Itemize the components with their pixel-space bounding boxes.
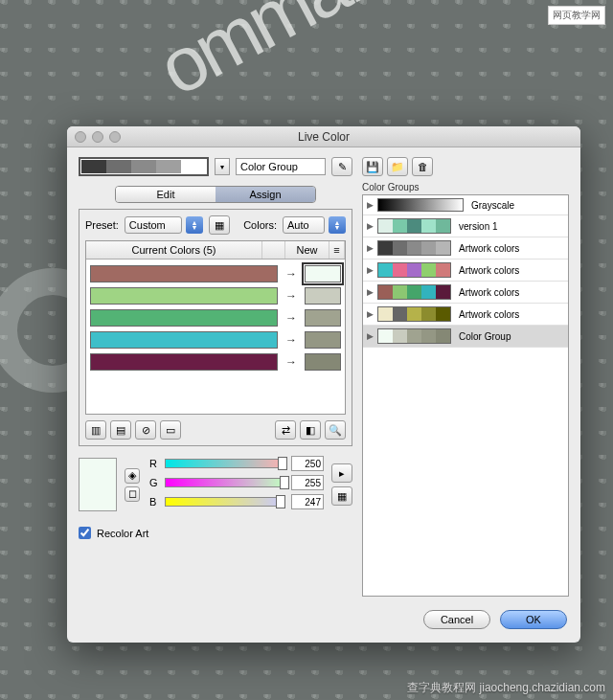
color-group-row[interactable]: ▶version 1 [363, 215, 568, 237]
g-value-input[interactable] [291, 475, 324, 490]
color-group-row[interactable]: ▶Grayscale [363, 195, 568, 215]
preset-stepper[interactable]: ▲▼ [186, 216, 203, 234]
b-slider[interactable] [165, 497, 285, 507]
r-value-input[interactable] [291, 456, 324, 471]
delete-group-icon[interactable]: 🗑 [412, 157, 433, 176]
g-slider[interactable] [165, 478, 285, 487]
colors-select[interactable]: Auto [283, 216, 325, 234]
color-group-row[interactable]: ▶Artwork colors [363, 237, 568, 260]
slider-play-icon[interactable]: ▸ [331, 463, 352, 483]
watermark-bottom: 查字典教程网 jiaocheng.chazidian.com [407, 680, 605, 696]
preset-select[interactable]: Custom [125, 216, 182, 234]
colors-stepper[interactable]: ▲▼ [329, 216, 346, 234]
colors-label: Colors: [243, 219, 277, 231]
tab-edit[interactable]: Edit [116, 187, 216, 202]
dialog-title: Live Color [67, 126, 580, 147]
color-assignment-list: Current Colors (5) New ≡ →→→→→ [85, 240, 346, 415]
ok-button[interactable]: OK [500, 610, 567, 629]
new-row-icon[interactable]: ▭ [160, 420, 181, 440]
color-group-name-input[interactable]: Color Group [236, 158, 326, 175]
color-group-row[interactable]: ▶Color Group [363, 326, 568, 348]
tab-assign[interactable]: Assign [216, 187, 315, 202]
swatch-dropdown[interactable]: ▾ [215, 158, 230, 175]
save-group-icon[interactable]: 💾 [362, 157, 383, 176]
mode-tabs: Edit Assign [115, 186, 316, 203]
slider-grid-icon[interactable]: ▦ [331, 486, 352, 506]
merge-icon[interactable]: ▥ [85, 420, 106, 440]
preset-label: Preset: [85, 219, 119, 231]
color-row[interactable]: → [90, 353, 341, 371]
preset-options-icon[interactable]: ▦ [209, 215, 230, 235]
new-group-icon[interactable]: ✎ [331, 157, 352, 176]
new-folder-icon[interactable]: 📁 [387, 157, 408, 176]
none-color-icon[interactable]: ◻ [125, 486, 140, 502]
color-mode-icon[interactable]: ◈ [125, 468, 140, 484]
b-value-input[interactable] [291, 494, 324, 509]
find-icon[interactable]: 🔍 [325, 420, 346, 440]
header-current-colors: Current Colors (5) [86, 241, 262, 259]
color-row[interactable]: → [90, 309, 341, 327]
watermark-top: 网页教学网 [548, 6, 605, 25]
window-controls[interactable] [75, 131, 121, 143]
live-color-dialog: Live Color ▾ Color Group ✎ Edit Assign P… [67, 126, 580, 643]
active-color-group-swatches[interactable] [79, 157, 209, 176]
color-group-row[interactable]: ▶Artwork colors [363, 260, 568, 282]
color-groups-list: ▶Grayscale▶version 1▶Artwork colors▶Artw… [362, 194, 569, 597]
color-row[interactable]: → [90, 287, 341, 305]
color-group-row[interactable]: ▶Artwork colors [363, 304, 568, 326]
color-row[interactable]: → [90, 265, 341, 282]
r-slider[interactable] [165, 459, 285, 468]
exclude-icon[interactable]: ⊘ [135, 420, 156, 440]
header-new: New [285, 241, 329, 259]
recolor-art-checkbox[interactable]: Recolor Art [79, 527, 352, 539]
color-group-row[interactable]: ▶Artwork colors [363, 282, 568, 304]
separate-icon[interactable]: ▤ [110, 420, 131, 440]
randomize-order-icon[interactable]: ⇄ [275, 420, 296, 440]
randomize-sat-icon[interactable]: ◧ [300, 420, 321, 440]
color-row[interactable]: → [90, 331, 341, 349]
color-groups-label: Color Groups [362, 182, 569, 192]
list-menu-icon[interactable]: ≡ [329, 241, 345, 259]
cancel-button[interactable]: Cancel [423, 610, 490, 629]
selected-color-preview [79, 458, 117, 511]
